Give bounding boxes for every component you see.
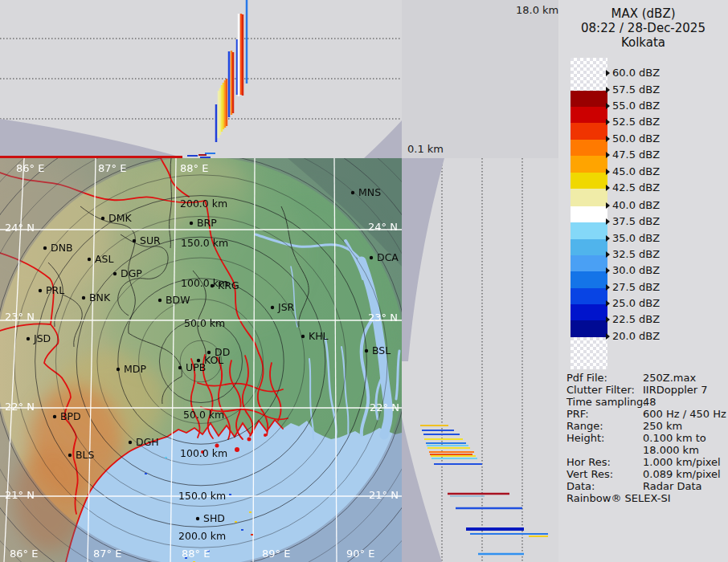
echo-dot (235, 521, 237, 523)
ring-distance-label: 50.0 km (184, 317, 225, 329)
legend-panel: MAX (dBZ) 08:22 / 28-Dec-2025 Kolkata 60… (558, 0, 728, 562)
longitude-label: 89° E (262, 548, 290, 560)
metadata-label: PRF: (566, 408, 589, 420)
dbz-band (571, 288, 607, 304)
dbz-scale-label: 37.5 dBZ (606, 215, 660, 227)
radar-map[interactable]: 86° E87° E88° E86° E87° E88° E89° E90° E… (0, 158, 402, 562)
city-label: BNK (89, 291, 111, 303)
dbz-band (571, 222, 607, 239)
city-label: BSL (372, 344, 391, 356)
metadata-row: Time sampling:48 (566, 396, 723, 408)
metadata-value: 250 km (643, 420, 682, 432)
metadata-row: Clutter Filter:IIRDoppler 7 (566, 384, 723, 396)
latitude-label: 21° N (5, 489, 35, 501)
city-dot (113, 272, 117, 275)
city-label: DNB (51, 242, 73, 254)
echo-dot (251, 534, 253, 536)
latitude-label: 24° N (5, 222, 35, 234)
echo-dot (145, 473, 147, 474)
dbz-scale-label: 47.5 dBZ (606, 149, 660, 161)
metadata-row: PRF:600 Hz / 450 Hz (566, 408, 723, 420)
metadata-label: Hor Res: (566, 456, 611, 468)
city-dot (68, 454, 72, 457)
ring-distance-label: 100.0 km (180, 447, 227, 459)
metadata-row: Height:0.100 km to (566, 432, 723, 444)
dbz-scale-label: 45.0 dBZ (606, 165, 660, 177)
latitude-label: 21° N (369, 489, 399, 501)
city-label: JSR (277, 301, 295, 313)
city-dot (196, 517, 199, 520)
ring-distance-label: 50.0 km (183, 409, 224, 421)
ring-distance-label: 150.0 km (178, 490, 226, 502)
longitude-label: 86° E (10, 548, 38, 560)
dbz-scale-label: 52.5 dBZ (606, 116, 660, 128)
dbz-band (571, 123, 607, 140)
city-label: KRG (218, 279, 239, 291)
scale-tick-arrow-icon (606, 235, 610, 242)
echo-bars-horizontal (420, 426, 548, 554)
height-gridlines (442, 158, 522, 562)
ring-distance-label: 200.0 km (180, 198, 227, 210)
east-projection-panel (402, 158, 558, 562)
city-label: DMK (108, 212, 132, 224)
city-dot (53, 415, 56, 418)
city-label: JSD (33, 332, 51, 344)
dbz-band (571, 189, 607, 206)
city-label: SUR (140, 234, 161, 246)
dbz-scale-label: 60.0 dBZ (606, 67, 660, 79)
scale-tick-arrow-icon (606, 218, 610, 225)
dbz-scale-label: 40.0 dBZ (606, 199, 660, 211)
city-dot (117, 368, 120, 371)
metadata-value: 600 Hz / 450 Hz (643, 408, 726, 420)
metadata-label: Pdf File: (566, 372, 607, 384)
city-label: BLS (76, 449, 95, 461)
metadata-value: 250Z.max (643, 372, 696, 384)
city-dot (178, 366, 182, 369)
city-label: SHD (203, 512, 225, 524)
city-label: BRP (197, 217, 217, 229)
dbz-scale-label: 57.5 dBZ (606, 83, 660, 96)
ring-distance-label: 150.0 km (181, 237, 228, 249)
metadata-label: Vert Res: (566, 468, 613, 480)
scale-tick-arrow-icon (606, 202, 610, 209)
dbz-band (571, 173, 607, 189)
dbz-band (571, 107, 607, 123)
city-label: MDP (124, 363, 146, 375)
city-dot (370, 256, 373, 259)
city-label: UPB (186, 361, 206, 373)
city-label: PRL (46, 284, 64, 296)
timestamp: 08:22 / 28-Dec-2025 (558, 21, 728, 35)
software-brand: Rainbow® SELEX-SI (566, 492, 671, 504)
dbz-scale-label: 35.0 dBZ (606, 232, 660, 244)
city-label: KOL (204, 354, 223, 366)
dbz-colorbar (571, 58, 607, 369)
out-of-range-wedges (402, 158, 444, 562)
city-dot (271, 306, 274, 309)
metadata-label: Time sampling: (566, 396, 647, 408)
city-dot (301, 335, 305, 338)
echo-dot (249, 511, 252, 513)
dbz-scale-label: 55.0 dBZ (606, 100, 660, 112)
dbz-band (571, 320, 607, 337)
city-dot (351, 191, 354, 194)
city-dot (101, 217, 104, 220)
metadata-value: Radar Data (643, 480, 701, 492)
dbz-band (571, 91, 607, 107)
dbz-scale-label: 27.5 dBZ (606, 281, 660, 293)
metadata-row: Data:Radar Data (566, 480, 723, 492)
metadata-value: 18.000 km (643, 444, 699, 456)
dbz-scale-label: 25.0 dBZ (606, 297, 660, 309)
dbz-band (571, 140, 607, 156)
dbz-band (571, 206, 607, 222)
city-dot (365, 349, 368, 352)
metadata-value: 1.000 km/pixel (643, 456, 721, 468)
city-label: DGP (121, 267, 142, 279)
scale-tick-arrow-icon (606, 136, 610, 142)
north-projection-panel (0, 0, 402, 158)
city-label: KHL (309, 330, 329, 342)
scale-tick-arrow-icon (606, 300, 610, 307)
city-label: ASL (95, 253, 113, 265)
latitude-label: 23° N (5, 311, 35, 323)
echo-dot (241, 529, 243, 531)
dbz-scale-label: 20.0 dBZ (606, 330, 660, 342)
